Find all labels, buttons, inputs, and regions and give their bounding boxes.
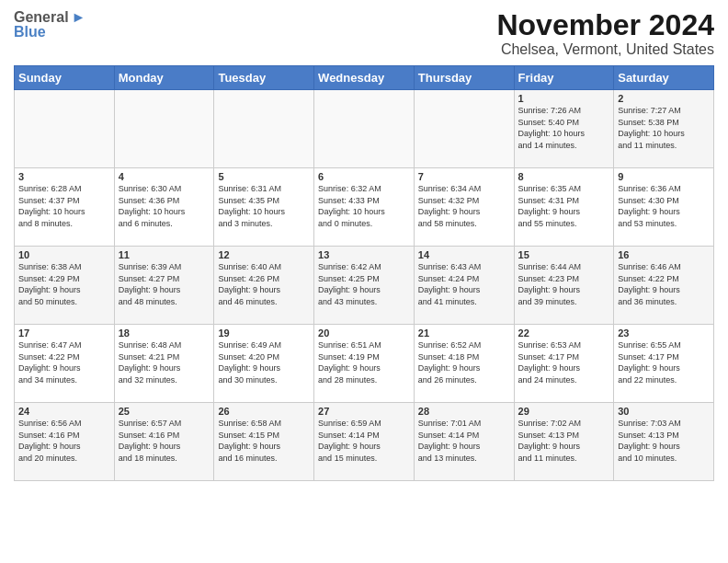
table-row: 20Sunrise: 6:51 AM Sunset: 4:19 PM Dayli… <box>314 325 415 403</box>
day-number: 17 <box>18 327 110 339</box>
day-number: 24 <box>18 406 110 417</box>
day-info: Sunrise: 6:55 AM Sunset: 4:17 PM Dayligh… <box>618 339 710 385</box>
col-saturday: Saturday <box>614 66 714 90</box>
day-info: Sunrise: 6:31 AM Sunset: 4:35 PM Dayligh… <box>218 183 310 229</box>
day-number: 10 <box>18 249 110 260</box>
subtitle: Chelsea, Vermont, United States <box>496 41 714 58</box>
col-thursday: Thursday <box>414 66 514 90</box>
day-number: 3 <box>18 171 110 182</box>
logo-bird-icon: ► <box>72 9 86 26</box>
day-info: Sunrise: 6:43 AM Sunset: 4:24 PM Dayligh… <box>418 261 510 307</box>
day-info: Sunrise: 6:46 AM Sunset: 4:22 PM Dayligh… <box>618 261 710 307</box>
calendar-header: Sunday Monday Tuesday Wednesday Thursday… <box>15 66 714 90</box>
col-tuesday: Tuesday <box>214 66 314 90</box>
day-info: Sunrise: 6:51 AM Sunset: 4:19 PM Dayligh… <box>318 339 410 385</box>
day-info: Sunrise: 7:01 AM Sunset: 4:14 PM Dayligh… <box>418 418 510 464</box>
table-row: 7Sunrise: 6:34 AM Sunset: 4:32 PM Daylig… <box>414 168 514 247</box>
day-number: 22 <box>518 327 610 339</box>
table-row: 10Sunrise: 6:38 AM Sunset: 4:29 PM Dayli… <box>15 247 115 325</box>
header: General ► Blue November 2024 Chelsea, Ve… <box>14 9 714 58</box>
table-row: 8Sunrise: 6:35 AM Sunset: 4:31 PM Daylig… <box>514 168 614 247</box>
day-info: Sunrise: 6:57 AM Sunset: 4:16 PM Dayligh… <box>119 418 210 464</box>
day-number: 5 <box>218 171 310 182</box>
table-row: 24Sunrise: 6:56 AM Sunset: 4:16 PM Dayli… <box>15 403 115 481</box>
col-monday: Monday <box>114 66 214 90</box>
day-number: 9 <box>618 171 710 182</box>
col-wednesday: Wednesday <box>314 66 415 90</box>
day-number: 27 <box>318 406 410 417</box>
logo: General ► Blue <box>14 9 85 40</box>
logo-blue-text: Blue <box>14 24 46 40</box>
table-row: 4Sunrise: 6:30 AM Sunset: 4:36 PM Daylig… <box>114 168 214 247</box>
day-number: 11 <box>119 249 210 260</box>
table-row: 30Sunrise: 7:03 AM Sunset: 4:13 PM Dayli… <box>614 403 714 481</box>
day-number: 21 <box>418 327 510 339</box>
day-number: 14 <box>418 249 510 260</box>
table-row: 27Sunrise: 6:59 AM Sunset: 4:14 PM Dayli… <box>314 403 415 481</box>
table-row: 21Sunrise: 6:52 AM Sunset: 4:18 PM Dayli… <box>414 325 514 403</box>
table-row: 9Sunrise: 6:36 AM Sunset: 4:30 PM Daylig… <box>614 168 714 247</box>
day-info: Sunrise: 6:38 AM Sunset: 4:29 PM Dayligh… <box>18 261 110 307</box>
day-info: Sunrise: 6:44 AM Sunset: 4:23 PM Dayligh… <box>518 261 610 307</box>
day-info: Sunrise: 6:34 AM Sunset: 4:32 PM Dayligh… <box>418 183 510 229</box>
day-info: Sunrise: 6:47 AM Sunset: 4:22 PM Dayligh… <box>18 339 110 385</box>
day-number: 16 <box>618 249 710 260</box>
table-row: 16Sunrise: 6:46 AM Sunset: 4:22 PM Dayli… <box>614 247 714 325</box>
page: General ► Blue November 2024 Chelsea, Ve… <box>0 0 728 563</box>
day-number: 30 <box>618 406 710 417</box>
day-info: Sunrise: 7:26 AM Sunset: 5:40 PM Dayligh… <box>518 105 610 151</box>
day-info: Sunrise: 7:02 AM Sunset: 4:13 PM Dayligh… <box>518 418 610 464</box>
main-title: November 2024 <box>496 9 714 41</box>
table-row: 23Sunrise: 6:55 AM Sunset: 4:17 PM Dayli… <box>614 325 714 403</box>
calendar-row: 24Sunrise: 6:56 AM Sunset: 4:16 PM Dayli… <box>15 403 714 481</box>
table-row: 12Sunrise: 6:40 AM Sunset: 4:26 PM Dayli… <box>214 247 314 325</box>
day-info: Sunrise: 6:52 AM Sunset: 4:18 PM Dayligh… <box>418 339 510 385</box>
header-row: Sunday Monday Tuesday Wednesday Thursday… <box>15 66 714 90</box>
day-info: Sunrise: 6:30 AM Sunset: 4:36 PM Dayligh… <box>119 183 210 229</box>
table-row: 11Sunrise: 6:39 AM Sunset: 4:27 PM Dayli… <box>114 247 214 325</box>
day-info: Sunrise: 6:53 AM Sunset: 4:17 PM Dayligh… <box>518 339 610 385</box>
day-number: 13 <box>318 249 410 260</box>
table-row <box>414 90 514 168</box>
day-number: 18 <box>119 327 210 339</box>
day-number: 6 <box>318 171 410 182</box>
day-number: 20 <box>318 327 410 339</box>
day-info: Sunrise: 6:35 AM Sunset: 4:31 PM Dayligh… <box>518 183 610 229</box>
day-number: 26 <box>218 406 310 417</box>
calendar-row: 1Sunrise: 7:26 AM Sunset: 5:40 PM Daylig… <box>15 90 714 168</box>
table-row <box>314 90 415 168</box>
table-row <box>114 90 214 168</box>
day-info: Sunrise: 6:28 AM Sunset: 4:37 PM Dayligh… <box>18 183 110 229</box>
day-info: Sunrise: 6:49 AM Sunset: 4:20 PM Dayligh… <box>218 339 310 385</box>
day-info: Sunrise: 6:36 AM Sunset: 4:30 PM Dayligh… <box>618 183 710 229</box>
day-number: 4 <box>119 171 210 182</box>
day-number: 23 <box>618 327 710 339</box>
calendar-row: 17Sunrise: 6:47 AM Sunset: 4:22 PM Dayli… <box>15 325 714 403</box>
table-row: 17Sunrise: 6:47 AM Sunset: 4:22 PM Dayli… <box>15 325 115 403</box>
table-row: 13Sunrise: 6:42 AM Sunset: 4:25 PM Dayli… <box>314 247 415 325</box>
table-row <box>214 90 314 168</box>
day-info: Sunrise: 6:39 AM Sunset: 4:27 PM Dayligh… <box>119 261 210 307</box>
table-row: 28Sunrise: 7:01 AM Sunset: 4:14 PM Dayli… <box>414 403 514 481</box>
table-row: 25Sunrise: 6:57 AM Sunset: 4:16 PM Dayli… <box>114 403 214 481</box>
table-row: 18Sunrise: 6:48 AM Sunset: 4:21 PM Dayli… <box>114 325 214 403</box>
day-number: 28 <box>418 406 510 417</box>
table-row: 14Sunrise: 6:43 AM Sunset: 4:24 PM Dayli… <box>414 247 514 325</box>
day-number: 19 <box>218 327 310 339</box>
day-info: Sunrise: 6:48 AM Sunset: 4:21 PM Dayligh… <box>119 339 210 385</box>
table-row: 29Sunrise: 7:02 AM Sunset: 4:13 PM Dayli… <box>514 403 614 481</box>
day-info: Sunrise: 6:59 AM Sunset: 4:14 PM Dayligh… <box>318 418 410 464</box>
table-row: 26Sunrise: 6:58 AM Sunset: 4:15 PM Dayli… <box>214 403 314 481</box>
table-row: 15Sunrise: 6:44 AM Sunset: 4:23 PM Dayli… <box>514 247 614 325</box>
table-row: 2Sunrise: 7:27 AM Sunset: 5:38 PM Daylig… <box>614 90 714 168</box>
day-number: 1 <box>518 93 610 104</box>
calendar: Sunday Monday Tuesday Wednesday Thursday… <box>14 65 714 481</box>
day-number: 29 <box>518 406 610 417</box>
col-sunday: Sunday <box>15 66 115 90</box>
table-row: 22Sunrise: 6:53 AM Sunset: 4:17 PM Dayli… <box>514 325 614 403</box>
title-block: November 2024 Chelsea, Vermont, United S… <box>496 9 714 58</box>
day-info: Sunrise: 6:32 AM Sunset: 4:33 PM Dayligh… <box>318 183 410 229</box>
day-number: 7 <box>418 171 510 182</box>
table-row: 5Sunrise: 6:31 AM Sunset: 4:35 PM Daylig… <box>214 168 314 247</box>
day-info: Sunrise: 7:03 AM Sunset: 4:13 PM Dayligh… <box>618 418 710 464</box>
